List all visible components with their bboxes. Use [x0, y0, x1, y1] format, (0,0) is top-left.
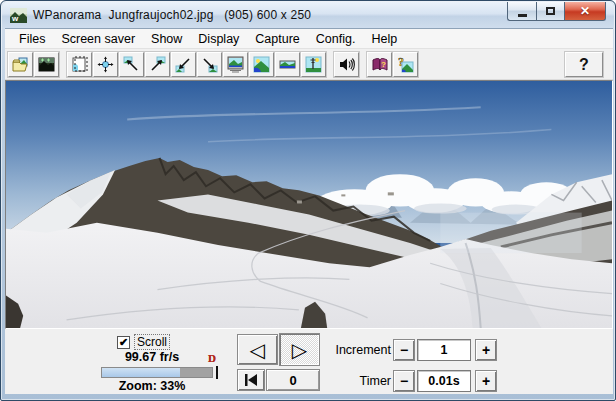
scroll-right-button[interactable]: ▷: [279, 333, 320, 366]
fullscreen-monitor-button[interactable]: [223, 52, 248, 77]
pan-move-button[interactable]: [93, 52, 118, 77]
zoom-level: Zoom: 33%: [89, 379, 215, 393]
frame-select-button[interactable]: [67, 52, 92, 77]
svg-text:w: w: [11, 14, 19, 23]
skip-to-start-icon: [244, 374, 258, 386]
window-title: WPanorama Jungfraujoch02.jpg (905) 600 x…: [33, 8, 311, 22]
scroll-top-right-icon: [149, 56, 166, 73]
plus-icon: +: [482, 343, 490, 357]
menu-config[interactable]: Config.: [308, 30, 364, 48]
panorama-strip-icon: [279, 56, 296, 73]
screensaver-scene-button[interactable]: [301, 52, 326, 77]
scroll-checkbox[interactable]: ✔: [117, 336, 130, 349]
scroll-bottom-left-icon: [175, 56, 192, 73]
left-triangle-icon: ◁: [250, 340, 265, 360]
sound-button[interactable]: [334, 52, 359, 77]
scroll-bottom-left-button[interactable]: [171, 52, 196, 77]
app-icon: w: [10, 8, 27, 23]
wpanorama-window: w WPanorama Jungfraujoch02.jpg (905) 600…: [0, 0, 616, 401]
direction-indicator-icon: D: [208, 352, 215, 364]
sound-icon: [338, 56, 355, 73]
menu-files[interactable]: Files: [11, 30, 53, 48]
timer-label: Timer: [321, 374, 391, 388]
about-image-button[interactable]: ?: [393, 52, 418, 77]
checkmark-icon: ✔: [119, 337, 128, 348]
increment-value: 1: [417, 339, 471, 361]
slideshow-button[interactable]: [34, 52, 59, 77]
pan-move-icon: [97, 56, 114, 73]
slideshow-icon: [38, 56, 55, 73]
minus-icon: −: [400, 343, 408, 357]
plus-icon: +: [482, 374, 490, 388]
show-image-button[interactable]: [249, 52, 274, 77]
scroll-bottom-right-icon: [201, 56, 218, 73]
scroll-progress-bar[interactable]: [101, 367, 213, 378]
help-book-button[interactable]: ?: [367, 52, 392, 77]
menu-capture[interactable]: Capture: [247, 30, 307, 48]
open-file-button[interactable]: [8, 52, 33, 77]
panorama-viewport[interactable]: [5, 80, 613, 329]
close-button[interactable]: ✕: [564, 2, 606, 21]
menu-show[interactable]: Show: [143, 30, 190, 48]
timer-value: 0.01s: [417, 370, 471, 392]
menu-bar: Files Screen saver Show Display Capture …: [5, 29, 613, 49]
increment-minus-button[interactable]: −: [393, 339, 415, 361]
client-area: Files Screen saver Show Display Capture …: [5, 28, 613, 394]
scroll-top-left-icon: [123, 56, 140, 73]
context-help-button[interactable]: ?: [565, 52, 603, 77]
panorama-image: [6, 81, 612, 328]
minimize-button[interactable]: [507, 2, 536, 21]
minimize-icon: [518, 14, 527, 17]
menu-screen-saver[interactable]: Screen saver: [53, 30, 143, 48]
close-icon: ✕: [580, 5, 590, 17]
maximize-icon: [546, 7, 555, 15]
scroll-top-right-button[interactable]: [145, 52, 170, 77]
maximize-button[interactable]: [536, 2, 564, 21]
help-book-icon: ?: [371, 56, 388, 73]
frame-select-icon: [71, 56, 88, 73]
toolbar: ? ? ?: [5, 49, 613, 80]
scroll-checkbox-label[interactable]: Scroll: [134, 334, 170, 350]
panorama-strip-button[interactable]: [275, 52, 300, 77]
timer-minus-button[interactable]: −: [393, 370, 415, 392]
scroll-left-button[interactable]: ◁: [237, 334, 278, 365]
framerate-value: 99.67 fr/s: [89, 350, 215, 364]
timer-plus-button[interactable]: +: [475, 370, 497, 392]
scroll-progress-fill: [102, 368, 180, 377]
scroll-bottom-right-button[interactable]: [197, 52, 222, 77]
svg-text:?: ?: [398, 56, 404, 69]
frame-counter: 0: [266, 369, 320, 391]
increment-label: Increment: [321, 343, 391, 357]
right-triangle-icon: ▷: [292, 340, 307, 360]
open-file-icon: [12, 56, 29, 73]
menu-help[interactable]: Help: [363, 30, 405, 48]
title-bar[interactable]: w WPanorama Jungfraujoch02.jpg (905) 600…: [2, 2, 614, 28]
go-to-start-button[interactable]: [237, 369, 265, 391]
progress-end-tick: [216, 366, 218, 379]
show-image-icon: [253, 56, 270, 73]
scroll-top-left-button[interactable]: [119, 52, 144, 77]
fullscreen-monitor-icon: [227, 56, 244, 73]
minus-icon: −: [400, 374, 408, 388]
svg-text:?: ?: [381, 60, 386, 69]
control-panel: ✔ Scroll 99.67 fr/s D Zoom: 33% ◁ ▷ 0 In…: [5, 329, 613, 394]
about-image-icon: ?: [397, 56, 414, 73]
menu-display[interactable]: Display: [190, 30, 247, 48]
increment-plus-button[interactable]: +: [475, 339, 497, 361]
screensaver-scene-icon: [305, 56, 322, 73]
